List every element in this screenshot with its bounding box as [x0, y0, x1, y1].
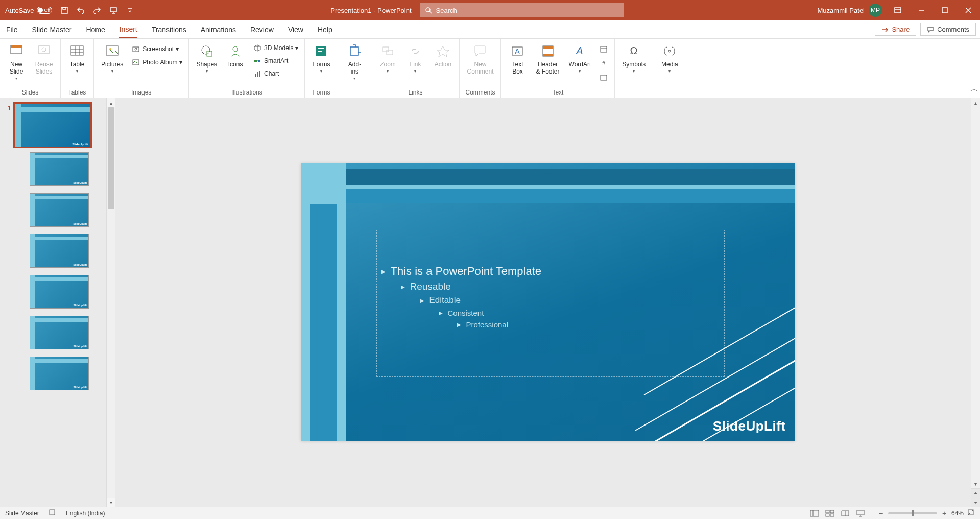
tab-slide-master[interactable]: Slide Master [32, 21, 72, 38]
smartart-button[interactable]: SmartArt [251, 55, 300, 66]
collapse-ribbon-icon[interactable]: ︿ [969, 39, 980, 98]
chevron-down-icon: ▾ [295, 44, 298, 52]
undo-icon[interactable] [74, 3, 88, 17]
tab-help[interactable]: Help [318, 21, 332, 38]
media-button[interactable]: Media ▾ [657, 40, 682, 76]
minimize-icon[interactable] [910, 0, 933, 20]
group-forms: Forms ▾ Forms [305, 39, 338, 98]
toggle-switch[interactable]: Off [37, 7, 52, 14]
screenshot-button[interactable]: Screenshot ▾ [129, 43, 184, 55]
share-button[interactable]: Share [875, 23, 916, 36]
layout-thumbnail-1[interactable]: SlideUpLift [30, 152, 89, 186]
tab-insert[interactable]: Insert [119, 21, 137, 38]
redo-icon[interactable] [90, 3, 104, 17]
object-button[interactable] [597, 72, 610, 83]
qat-more-icon[interactable] [123, 3, 137, 17]
fit-to-window-icon[interactable] [967, 509, 975, 517]
group-illustrations: Shapes ▾ Icons 3D Models ▾ SmartArt Char… [189, 39, 305, 98]
chevron-down-icon: ▾ [387, 69, 389, 74]
group-links: Zoom ▾ Link ▾ Action Links [371, 39, 460, 98]
svg-text:A: A [576, 45, 583, 56]
zoom-handle[interactable] [912, 510, 914, 516]
save-icon[interactable] [57, 3, 71, 17]
shapes-button[interactable]: Shapes ▾ [193, 40, 220, 76]
text-box-icon: A [509, 42, 526, 60]
layout-thumbnail-6[interactable]: SlideUpLift [30, 357, 89, 390]
svg-rect-39 [810, 510, 819, 516]
tab-view[interactable]: View [288, 21, 303, 38]
action-button[interactable]: Action [431, 40, 455, 70]
scrollbar-handle[interactable] [108, 107, 114, 209]
title-bar: AutoSave Off Presentation1 - PowerPoint … [0, 0, 980, 20]
zoom-percentage[interactable]: 64% [951, 510, 964, 517]
canvas-scrollbar[interactable]: ▴ ▾ ⏶ ⏷ [971, 98, 980, 507]
account-area[interactable]: Muzammil Patel MP [818, 4, 886, 17]
text-box-button[interactable]: A Text Box [505, 40, 530, 77]
svg-rect-33 [601, 46, 607, 52]
scroll-down-icon[interactable]: ▾ [971, 479, 980, 488]
tab-file[interactable]: File [6, 21, 18, 38]
zoom-button[interactable]: Zoom ▾ [375, 40, 400, 76]
link-button[interactable]: Link ▾ [403, 40, 427, 76]
comments-button[interactable]: Comments [920, 23, 976, 36]
photo-album-button[interactable]: Photo Album ▾ [129, 57, 184, 68]
thumbnail-panel: 1 SlideUpLift SlideUpLift SlideUpLift Sl… [0, 98, 115, 507]
normal-view-icon[interactable] [807, 508, 822, 518]
maximize-icon[interactable] [933, 0, 957, 20]
group-comments: New Comment Comments [460, 39, 501, 98]
scroll-down-icon[interactable]: ▾ [107, 498, 115, 507]
status-language[interactable]: English (India) [66, 510, 105, 517]
autosave-toggle[interactable]: AutoSave Off [0, 7, 57, 14]
layout-thumbnail-2[interactable]: SlideUpLift [30, 193, 89, 227]
chart-button[interactable]: Chart [251, 68, 300, 79]
prev-slide-icon[interactable]: ⏶ [971, 488, 980, 498]
table-button[interactable]: Table ▾ [65, 40, 89, 76]
scroll-up-icon[interactable]: ▴ [971, 98, 980, 107]
thumbnail-scrollbar[interactable]: ▴ ▾ [106, 98, 115, 507]
date-time-button[interactable] [597, 43, 610, 55]
slideshow-start-icon[interactable] [106, 3, 121, 17]
tab-transitions[interactable]: Transitions [152, 21, 186, 38]
tab-review[interactable]: Review [250, 21, 274, 38]
search-box[interactable] [420, 3, 624, 17]
layout-thumbnail-3[interactable]: SlideUpLift [30, 234, 89, 268]
slideshow-view-icon[interactable] [853, 508, 868, 518]
wordart-icon: A [571, 42, 588, 60]
tab-animations[interactable]: Animations [201, 21, 236, 38]
zoom-slider[interactable] [888, 512, 937, 514]
new-comment-button[interactable]: New Comment [464, 40, 496, 77]
zoom-out-button[interactable]: − [877, 509, 885, 517]
slide-number-button[interactable]: # [597, 58, 610, 69]
zoom-in-button[interactable]: + [940, 509, 948, 517]
icons-button[interactable]: Icons [223, 40, 248, 70]
layout-thumbnail-5[interactable]: SlideUpLift [30, 316, 89, 349]
reuse-slides-icon [35, 42, 53, 60]
wordart-button[interactable]: A WordArt ▾ [566, 40, 594, 76]
forms-button[interactable]: Forms ▾ [309, 40, 333, 76]
next-slide-icon[interactable]: ⏷ [971, 498, 980, 507]
pictures-button[interactable]: Pictures ▾ [98, 40, 126, 76]
scroll-up-icon[interactable]: ▴ [107, 98, 115, 107]
tab-home[interactable]: Home [86, 21, 105, 38]
layout-thumbnail-4[interactable]: SlideUpLift [30, 275, 89, 309]
svg-rect-42 [826, 514, 829, 516]
slide-master-canvas[interactable]: ▶This is a PowerPoint Template ▶Reusable… [301, 163, 795, 441]
new-slide-button[interactable]: New Slide ▾ [4, 40, 29, 83]
header-footer-icon [539, 42, 557, 60]
symbols-button[interactable]: Ω Symbols ▾ [619, 40, 649, 76]
reading-view-icon[interactable] [838, 508, 852, 518]
search-input[interactable] [436, 7, 619, 14]
accessibility-check-icon[interactable] [49, 509, 57, 517]
header-footer-button[interactable]: Header & Footer [533, 40, 562, 77]
reuse-slides-button[interactable]: Reuse Slides [32, 40, 56, 77]
3d-models-icon [253, 43, 262, 53]
close-icon[interactable] [957, 0, 980, 20]
master-thumbnail-1[interactable]: SlideUpLift [14, 103, 91, 147]
addins-button[interactable]: Add- ins ▾ [342, 40, 367, 83]
3d-models-button[interactable]: 3D Models ▾ [251, 42, 300, 54]
svg-rect-31 [543, 54, 553, 56]
status-mode[interactable]: Slide Master [5, 510, 39, 517]
slide-number: 1 [4, 103, 11, 112]
ribbon-display-options-icon[interactable] [886, 0, 910, 20]
slide-sorter-icon[interactable] [823, 508, 837, 518]
